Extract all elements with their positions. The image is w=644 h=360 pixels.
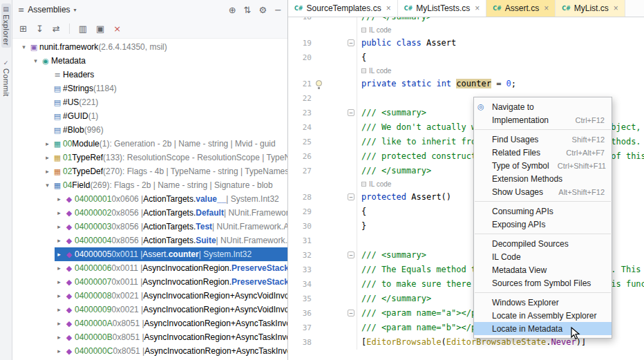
menu-item-decompiled-sources[interactable]: Decompiled Sources xyxy=(474,237,612,250)
chevron-open-icon[interactable]: ▾ xyxy=(19,44,28,50)
fold-marker-icon[interactable]: − xyxy=(348,310,354,316)
code-text: /// <summary> xyxy=(357,106,426,120)
tree-row[interactable]: ▸◆04000006 0x0011 | AsyncInvocationRegio… xyxy=(12,261,287,275)
tree-row[interactable]: ▸◆04000009 0x0021 | AsyncInvocationRegio… xyxy=(12,303,287,316)
menu-item-windows-explorer[interactable]: Windows Explorer xyxy=(474,296,612,309)
chevron-closed-icon[interactable]: ▸ xyxy=(43,154,52,161)
tool-window-stripe: ▤Explorer✓Commit xyxy=(0,0,12,360)
menu-item-implementation[interactable]: ImplementationCtrl+F12 xyxy=(474,113,612,126)
gutter: 25 xyxy=(288,135,357,149)
tree-row[interactable]: ▸◆04000003 0x8056 | ActionTargets.Test |… xyxy=(12,220,287,234)
chevron-closed-icon[interactable]: ▸ xyxy=(55,209,64,216)
menu-item-metadata-view[interactable]: Metadata View xyxy=(474,263,612,276)
code-line[interactable]: 19−public class Assert xyxy=(288,36,644,50)
tab-close-icon[interactable]: × xyxy=(386,3,391,13)
intention-bulb-icon[interactable] xyxy=(316,80,322,86)
tab-close-icon[interactable]: × xyxy=(544,3,549,13)
tree-row[interactable]: ▾▣nunit.framework (2.6.4.14350, msil) xyxy=(12,40,287,54)
tree-row[interactable]: ▸◆04000002 0x8056 | ActionTargets.Defaul… xyxy=(12,206,287,220)
tab-close-icon[interactable]: × xyxy=(614,3,618,13)
tree-row[interactable]: ≡Headers xyxy=(12,68,287,82)
export-icon[interactable]: ▣ xyxy=(96,23,104,34)
tree-row[interactable]: ▸◆0400000A 0x8051 | AsyncInvocationRegio… xyxy=(12,316,287,330)
chevron-down-icon[interactable]: ▾ xyxy=(74,7,77,13)
stripe-item-commit[interactable]: ✓Commit xyxy=(1,57,11,99)
tree-row[interactable]: ▸◆04000004 0x8056 | ActionTargets.Suite … xyxy=(12,234,287,247)
chevron-closed-icon[interactable]: ▸ xyxy=(55,320,64,327)
tree-row[interactable]: ▸◆04000001 0x0606 | ActionTargets.value_… xyxy=(12,192,287,206)
menu-item-locate-in-metadata[interactable]: Locate in Metadata xyxy=(474,322,612,335)
code-line[interactable]: 20{ xyxy=(288,50,644,65)
tree-row[interactable]: ▤#Blob (996) xyxy=(12,123,287,137)
tree-row[interactable]: ▤#US (221) xyxy=(12,95,287,109)
panel-title[interactable]: Assemblies xyxy=(28,5,70,15)
tree-row[interactable]: ▤#GUID (1) xyxy=(12,109,287,123)
gutter-icons xyxy=(312,321,357,335)
chevron-closed-icon[interactable]: ▸ xyxy=(55,223,64,230)
chevron-closed-icon[interactable]: ▸ xyxy=(55,292,64,299)
menu-item-label: Metadata View xyxy=(492,265,596,275)
chevron-closed-icon[interactable]: ▸ xyxy=(55,251,64,258)
tree-row[interactable]: ▸◆04000008 0x0021 | AsyncInvocationRegio… xyxy=(12,289,287,303)
tree-row[interactable]: ▸▦01 TypeRef (133): ResolutionScope - Re… xyxy=(12,151,287,164)
import-assembly-icon[interactable]: ↧ xyxy=(36,23,44,34)
tree-text: 0x8051 | xyxy=(113,332,144,342)
chevron-closed-icon[interactable]: ▸ xyxy=(55,278,64,285)
menu-item-related-files[interactable]: Related FilesCtrl+Alt+F7 xyxy=(474,146,612,159)
menu-item-find-usages[interactable]: Find UsagesShift+F12 xyxy=(474,133,612,146)
gutter: 22 xyxy=(288,91,357,106)
menu-item-show-usages[interactable]: Show UsagesAlt+Shift+F12 xyxy=(474,185,612,198)
stripe-item-explorer[interactable]: ▤Explorer xyxy=(1,3,11,48)
menu-item-label: Extension Methods xyxy=(492,174,596,184)
tree-row[interactable]: ▸◆0400000C 0x8051 | AsyncInvocationRegio… xyxy=(12,344,287,358)
tab-close-icon[interactable]: × xyxy=(475,3,480,13)
menu-item-type-of-symbol[interactable]: Type of SymbolCtrl+Shift+F11 xyxy=(474,159,612,172)
chevron-closed-icon[interactable]: ▸ xyxy=(55,348,64,354)
tab-assert-cs[interactable]: C#Assert.cs× xyxy=(486,0,556,17)
chevron-closed-icon[interactable]: ▸ xyxy=(43,140,52,147)
tab-mylisttests-cs[interactable]: C#MyListTests.cs× xyxy=(398,0,487,17)
tree-row[interactable]: ▸◆0400000B 0x8051 | AsyncInvocationRegio… xyxy=(12,330,287,344)
compare-assemblies-icon[interactable]: ⇄ xyxy=(53,23,60,34)
chevron-closed-icon[interactable]: ▸ xyxy=(55,306,64,313)
tree-row[interactable]: ▸◆04000007 0x0011 | AsyncInvocationRegio… xyxy=(12,275,287,289)
fold-marker-icon[interactable]: − xyxy=(348,193,354,200)
tree-row[interactable]: ▾◉Metadata xyxy=(12,54,287,68)
code-line[interactable]: 18/// </summary> xyxy=(288,17,644,24)
hide-icon[interactable]: − xyxy=(274,5,282,15)
tab-sourcetemplates-cs[interactable]: C#SourceTemplates.cs× xyxy=(288,0,398,17)
sort-icon[interactable]: ⇅ xyxy=(244,5,252,15)
web-icon[interactable]: ⊕ xyxy=(229,5,236,15)
chevron-closed-icon[interactable]: ▸ xyxy=(55,334,64,341)
menu-item-il-code[interactable]: IL Code xyxy=(474,250,612,263)
fold-marker-icon[interactable]: − xyxy=(348,252,354,258)
fold-marker-icon[interactable]: − xyxy=(348,109,354,116)
tab-mylist-cs[interactable]: C#MyList.cs× xyxy=(556,0,625,17)
view-options-icon[interactable]: ▥ xyxy=(79,23,87,34)
menu-item-consuming-apis[interactable]: Consuming APIs xyxy=(474,205,612,218)
tree-row[interactable]: ▾▦04 Field (269): Flags - 2b | Name - st… xyxy=(12,178,287,192)
fold-marker-icon[interactable]: − xyxy=(348,39,354,46)
menu-item-locate-in-assembly-explorer[interactable]: Locate in Assembly Explorer xyxy=(474,309,612,322)
chevron-closed-icon[interactable]: ▸ xyxy=(55,265,64,272)
chevron-closed-icon[interactable]: ▸ xyxy=(55,196,64,202)
code-line[interactable]: 21private static int counter = 0; xyxy=(288,77,644,91)
tree-row[interactable]: ▸▦00 Module (1): Generation - 2b | Name … xyxy=(12,137,287,151)
gutter: 32− xyxy=(288,248,357,263)
settings-icon[interactable]: ⚙ xyxy=(258,5,267,15)
chevron-open-icon[interactable]: ▾ xyxy=(43,182,52,189)
remove-assembly-icon[interactable]: × xyxy=(113,23,121,34)
add-assembly-icon[interactable]: ⊞ xyxy=(19,23,27,34)
chevron-open-icon[interactable]: ▾ xyxy=(31,57,40,64)
menu-item-extension-methods[interactable]: Extension Methods xyxy=(474,172,612,185)
code-token: private xyxy=(361,79,397,88)
line-number: 21 xyxy=(288,77,312,91)
menu-item-exposing-apis[interactable]: Exposing APIs xyxy=(474,218,612,231)
chevron-closed-icon[interactable]: ▸ xyxy=(55,237,64,244)
menu-item-sources-from-symbol-files[interactable]: Sources from Symbol Files xyxy=(474,276,612,290)
menu-item-navigate-to[interactable]: ◎Navigate to xyxy=(474,100,612,113)
tree-row[interactable]: ▤#Strings (1184) xyxy=(12,82,287,95)
chevron-closed-icon[interactable]: ▸ xyxy=(43,168,52,175)
tree-row[interactable]: ▸◆04000005 0x0011 | Assert.counter | Sys… xyxy=(12,247,287,261)
tree-row[interactable]: ▸▦02 TypeDef (270): Flags - 4b | TypeNam… xyxy=(12,164,287,178)
